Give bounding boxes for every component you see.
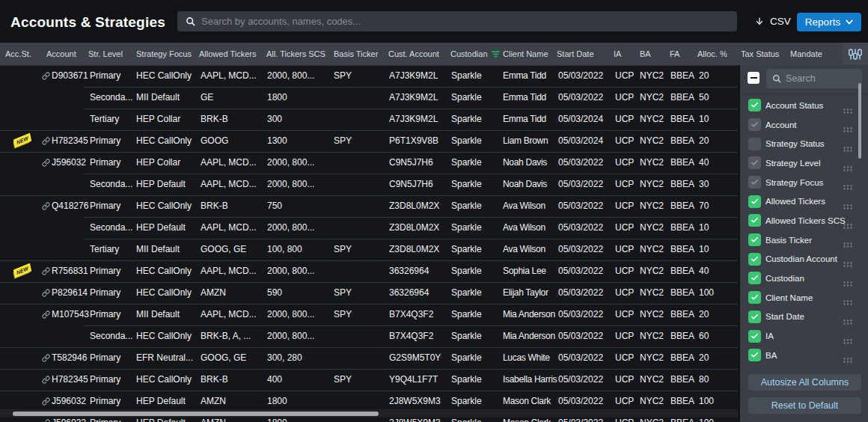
cell-ia: UCP: [615, 130, 634, 152]
column-toggle-item[interactable]: Strategy Status: [740, 134, 868, 153]
column-header-label: Mandate: [790, 49, 822, 58]
cell-allowed-tickers: BRK-B, A, ...: [201, 325, 251, 347]
cell-start-date: 05/03/2022: [558, 174, 603, 195]
grid-row[interactable]: Seconda...MII DefaultGE1800A7J3K9M2LSpar…: [0, 87, 738, 108]
cell-ba: NYC2: [640, 65, 664, 87]
grid-row[interactable]: TertiaryMII DefaultGOOG, GE100, 800SPYZ3…: [0, 239, 738, 260]
column-header-ia[interactable]: IA: [614, 43, 621, 65]
column-header-allowed_tickers[interactable]: Allowed Tickers: [199, 43, 256, 65]
column-header-account[interactable]: Account: [46, 43, 76, 65]
column-checkbox[interactable]: [748, 233, 761, 246]
grid-row[interactable]: D903671PrimaryHEC CallOnlyAAPL, MCD...20…: [0, 65, 738, 87]
cell-alloc-pct: 20: [699, 65, 709, 87]
column-header-all_tickers_scs[interactable]: All. Tickers SCS: [266, 43, 326, 65]
grid-row[interactable]: J596032PrimaryHEP CollarAAPL, MCD...2000…: [0, 152, 738, 174]
column-checkbox[interactable]: [748, 311, 761, 323]
column-header-acc_st[interactable]: Acc.St.: [5, 43, 31, 65]
column-checkbox[interactable]: [748, 253, 761, 266]
cell-client-name: Ava Wilson: [503, 217, 545, 239]
column-checkbox[interactable]: [748, 214, 761, 227]
column-header-tax_status[interactable]: Tax Status: [741, 43, 779, 65]
reports-button[interactable]: Reports: [797, 13, 861, 31]
column-toggle-label: Strategy Focus: [765, 178, 823, 187]
column-checkbox[interactable]: [748, 138, 761, 150]
grid-row[interactable]: NEWH782345PrimaryHEC CallOnlyGOOG1300SPY…: [0, 130, 738, 152]
column-checkbox[interactable]: [748, 272, 761, 284]
column-header-cust_account[interactable]: Cust. Account: [388, 43, 439, 65]
grid-row[interactable]: Seconda...HEP DefaultAAPL, MCD...2000, 8…: [0, 217, 738, 239]
column-checkbox[interactable]: [748, 176, 761, 189]
column-header-custodian[interactable]: Custodian: [450, 43, 500, 65]
column-toggle-item[interactable]: Start Date: [740, 308, 868, 327]
column-toggle-item[interactable]: Allowed Tickers: [740, 192, 868, 211]
columns-search-input[interactable]: Search: [766, 69, 862, 88]
account-link[interactable]: Q418276: [42, 195, 88, 217]
column-toggle-item[interactable]: Client Name: [740, 288, 868, 308]
column-header-ba[interactable]: BA: [640, 43, 651, 65]
column-header-mandate[interactable]: Mandate: [790, 43, 822, 65]
cell-str-level: Seconda...: [90, 174, 132, 195]
column-header-start_date[interactable]: Start Date: [557, 43, 594, 65]
column-checkbox[interactable]: [748, 195, 761, 208]
column-header-strategy_focus[interactable]: Strategy Focus: [136, 43, 192, 65]
drag-handle[interactable]: [843, 352, 852, 366]
grid-row[interactable]: NEWR756831PrimaryHEC CallOnlyAAPL, MCD..…: [0, 260, 738, 282]
column-toggle-item[interactable]: IA: [740, 326, 868, 346]
grid-row[interactable]: Seconda...HEP DefaultAAPL, MCD...2000, 8…: [0, 174, 738, 195]
account-id: P829614: [52, 282, 88, 304]
grid-row[interactable]: P829614PrimaryHEC CallOnlyAMZN590SPY3632…: [0, 282, 738, 304]
collapse-all-checkbox[interactable]: [748, 72, 760, 84]
horizontal-scrollbar[interactable]: [0, 409, 738, 418]
column-checkbox[interactable]: [748, 291, 761, 304]
account-link[interactable]: J596032: [42, 152, 86, 174]
cell-str-level: Primary: [90, 347, 120, 369]
account-link[interactable]: T582946: [42, 347, 87, 369]
grid-row[interactable]: T582946PrimaryEFR Neutral...GOOG, GE300,…: [0, 347, 738, 369]
account-link[interactable]: P829614: [42, 282, 88, 304]
column-toggle-item[interactable]: Strategy Focus: [740, 173, 868, 192]
account-link[interactable]: H782345: [42, 130, 88, 152]
reset-to-default-button[interactable]: Reset to Default: [748, 397, 861, 414]
column-header-fa[interactable]: FA: [670, 43, 679, 65]
autosize-all-columns-button[interactable]: Autosize All Columns: [748, 374, 861, 391]
column-checkbox[interactable]: [748, 118, 761, 131]
column-toggle-item[interactable]: Custodian: [740, 269, 868, 288]
column-checkbox[interactable]: [748, 99, 761, 111]
csv-export-button[interactable]: CSV: [754, 11, 791, 31]
cell-client-name: Isabella Harris: [503, 369, 557, 391]
column-checkbox[interactable]: [748, 349, 761, 361]
horizontal-scrollbar-thumb[interactable]: [13, 412, 379, 416]
column-checkbox[interactable]: [748, 330, 761, 343]
grid-row[interactable]: Q418276PrimaryHEC CallOnlyBRK-B750Z3D8L0…: [0, 195, 738, 217]
cell-ba: NYC2: [640, 130, 664, 152]
column-toggle-item[interactable]: Basis Ticker: [740, 230, 868, 250]
account-link[interactable]: D903671: [42, 65, 88, 87]
grid-row[interactable]: M107543PrimaryMII DefaultAAPL, MCD...200…: [0, 304, 738, 325]
cell-basis-ticker: SPY: [334, 65, 352, 87]
column-header-alloc_pct[interactable]: Alloc. %: [697, 43, 727, 65]
account-link[interactable]: R756831: [42, 260, 88, 282]
top-bar: Accounts & Strategies Search by accounts…: [0, 0, 868, 43]
column-header-client_name[interactable]: Client Name: [503, 43, 548, 65]
grid-row[interactable]: Seconda...HEC CallOnlyBRK-B, A, ...2000,…: [0, 325, 738, 347]
account-link[interactable]: M107543: [42, 304, 89, 325]
column-settings-sidebar-button[interactable]: [843, 43, 868, 65]
column-header-basis_ticker[interactable]: Basis Ticker: [334, 43, 378, 65]
cell-custodian: Sparkle: [451, 174, 482, 195]
column-toggle-item[interactable]: Strategy Level: [740, 153, 868, 173]
column-toggle-item[interactable]: BA: [740, 346, 868, 365]
column-toggle-item[interactable]: Account: [740, 115, 868, 135]
account-link[interactable]: H782345: [42, 369, 88, 391]
column-toggle-item[interactable]: Account Status: [740, 96, 868, 115]
panel-scrollbar-thumb[interactable]: [858, 83, 861, 159]
account-id: M107543: [52, 304, 89, 325]
column-toggle-item[interactable]: Custodian Account: [740, 250, 868, 269]
grid-row[interactable]: TertiaryHEP CollarBRK-B300A7J3K9M2LSpark…: [0, 108, 738, 130]
column-toggle-item[interactable]: Allowed Tickers SCS: [740, 211, 868, 230]
column-header-str_level[interactable]: Str. Level: [88, 43, 123, 65]
link-icon: [42, 137, 50, 145]
grid-row[interactable]: H782345PrimaryHEC CallOnlyBRK-B400SPYY9Q…: [0, 369, 738, 391]
global-search-input[interactable]: Search by accounts, names, codes...: [177, 11, 737, 31]
columns-list: Account StatusAccountStrategy StatusStra…: [740, 96, 868, 365]
column-checkbox[interactable]: [748, 156, 761, 169]
